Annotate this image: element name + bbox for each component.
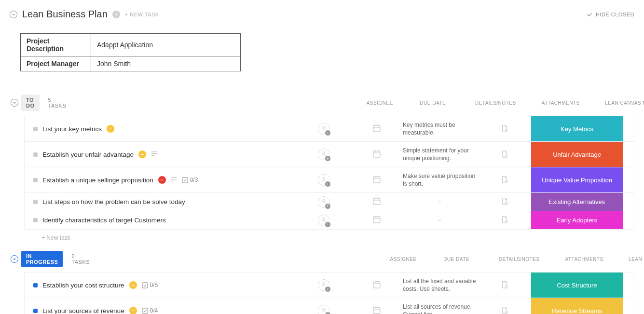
status-square-icon[interactable] xyxy=(33,200,38,204)
calendar-icon[interactable] xyxy=(372,215,382,226)
task-row[interactable]: Establish your unfair advantage − + Simp… xyxy=(24,142,634,167)
assignee-add-icon[interactable]: + xyxy=(318,196,329,208)
meta-value: John Smith xyxy=(91,56,241,71)
assignee-add-icon[interactable]: + xyxy=(318,215,329,226)
calendar-icon[interactable] xyxy=(372,305,382,314)
svg-point-9 xyxy=(323,152,325,154)
task-row[interactable]: List your sources of revenue −0/4 + List… xyxy=(24,298,634,314)
meta-value: Adappt Application xyxy=(91,34,241,56)
svg-point-25 xyxy=(323,199,325,202)
attachment-icon[interactable] xyxy=(500,215,509,225)
canvas-model-tag[interactable]: Existing Alternatives xyxy=(531,193,623,211)
svg-point-19 xyxy=(323,177,325,180)
subtask-count[interactable]: 0/4 xyxy=(142,307,158,314)
canvas-model-tag[interactable]: Unique Value Proposition xyxy=(531,167,623,192)
calendar-icon[interactable] xyxy=(372,175,382,186)
canvas-model-tag[interactable]: Revenue Streams xyxy=(531,298,623,314)
group-toggle-icon[interactable] xyxy=(11,99,18,107)
status-square-icon[interactable] xyxy=(33,178,38,182)
svg-rect-37 xyxy=(142,282,148,287)
col-attachments: ATTACHMENTS xyxy=(534,100,587,106)
col-attachments: ATTACHMENTS xyxy=(558,257,611,262)
hide-closed-label: HIDE CLOSED xyxy=(596,12,634,17)
svg-point-31 xyxy=(323,218,325,220)
task-row[interactable]: Establish a unique sellinge proposition … xyxy=(24,167,634,193)
collapse-toggle-icon[interactable] xyxy=(10,11,17,18)
svg-rect-26 xyxy=(373,198,380,205)
status-square-icon[interactable] xyxy=(33,152,38,157)
svg-rect-32 xyxy=(373,217,380,223)
priority-icon[interactable]: − xyxy=(107,125,114,133)
task-title: List steps on how the problem can be sol… xyxy=(42,198,185,205)
attachment-icon[interactable] xyxy=(500,280,509,290)
svg-rect-46 xyxy=(373,307,380,314)
col-assignee: ASSIGNEE xyxy=(374,257,432,262)
group-toggle-icon[interactable] xyxy=(11,255,18,263)
subtask-count[interactable]: 0/5 xyxy=(142,282,158,288)
col-assignee: ASSIGNEE xyxy=(351,100,409,106)
task-count: 2 TASKS xyxy=(71,253,90,265)
col-details: DETAILS/NOTES xyxy=(480,257,558,262)
priority-icon[interactable]: − xyxy=(129,307,137,314)
attachment-icon[interactable] xyxy=(500,175,509,185)
info-icon[interactable]: i xyxy=(112,11,120,18)
new-task-button[interactable]: + New task xyxy=(24,230,634,241)
task-row[interactable]: List your key metrics − + Key metrics mu… xyxy=(24,116,634,142)
task-details: Make sure value proposition is short. xyxy=(401,169,478,191)
priority-icon[interactable]: − xyxy=(129,281,137,289)
assignee-add-icon[interactable]: + xyxy=(318,174,329,186)
page-title: Lean Business Plan xyxy=(22,9,108,20)
status-square-icon[interactable] xyxy=(33,309,38,313)
status-square-icon[interactable] xyxy=(33,283,38,287)
canvas-model-tag[interactable]: Unfair Advantage xyxy=(531,142,623,167)
status-square-icon[interactable] xyxy=(33,127,38,131)
attachment-icon[interactable] xyxy=(500,306,509,314)
attachment-icon[interactable] xyxy=(500,124,509,134)
task-details: List all sources of revenue. Current lis… xyxy=(401,300,478,314)
hide-closed-button[interactable]: HIDE CLOSED xyxy=(586,11,634,18)
attachment-icon[interactable] xyxy=(500,197,509,207)
svg-point-45 xyxy=(323,308,325,311)
task-group: TO DO 5 TASKS ASSIGNEE DUE DATE DETAILS/… xyxy=(10,95,634,241)
task-title: Identify characteristics of target Custo… xyxy=(42,217,166,224)
col-canvas-model: LEAN CANVAS MODEL xyxy=(611,257,644,262)
canvas-model-tag[interactable]: Early Adopters xyxy=(531,211,623,229)
svg-rect-44 xyxy=(142,308,148,313)
calendar-icon[interactable] xyxy=(372,123,382,135)
new-task-button[interactable]: + NEW TASK xyxy=(125,12,159,17)
assignee-add-icon[interactable]: + xyxy=(318,279,329,291)
priority-icon[interactable]: − xyxy=(158,176,166,184)
task-group: IN PROGRESS 2 TASKS ASSIGNEE DUE DATE DE… xyxy=(10,251,634,314)
assignee-add-icon[interactable]: + xyxy=(318,305,329,314)
calendar-icon[interactable] xyxy=(372,280,382,291)
svg-rect-39 xyxy=(373,282,380,288)
task-details: List all the fixed and vari­able costs. … xyxy=(401,274,478,296)
svg-point-38 xyxy=(323,283,325,285)
subtask-count[interactable]: 0/3 xyxy=(182,177,198,183)
table-row: Project Manager John Smith xyxy=(21,56,241,71)
calendar-icon[interactable] xyxy=(372,149,382,160)
task-row[interactable]: Establish your cost structure −0/5 + Lis… xyxy=(24,272,634,298)
calendar-icon[interactable] xyxy=(372,196,382,207)
status-square-icon[interactable] xyxy=(33,218,38,222)
canvas-model-tag[interactable]: Cost Structure xyxy=(531,273,623,298)
check-icon xyxy=(586,11,593,18)
project-meta-table: Project Description Adappt Application P… xyxy=(20,33,241,71)
description-icon[interactable] xyxy=(151,150,157,158)
canvas-model-tag[interactable]: Key Metrics xyxy=(531,116,623,141)
page-header: Lean Business Plan i + NEW TASK HIDE CLO… xyxy=(10,9,634,20)
assignee-add-icon[interactable]: + xyxy=(318,149,329,160)
task-row[interactable]: Identify characteristics of target Custo… xyxy=(24,211,634,230)
table-row: Project Description Adappt Application xyxy=(21,34,241,56)
task-details: – xyxy=(401,195,478,208)
meta-label: Project Manager xyxy=(21,56,91,71)
assignee-add-icon[interactable]: + xyxy=(318,123,329,135)
status-pill[interactable]: TO DO xyxy=(21,95,40,111)
svg-rect-1 xyxy=(373,125,380,132)
description-icon[interactable] xyxy=(171,176,177,184)
meta-label: Project Description xyxy=(21,34,91,56)
priority-icon[interactable]: − xyxy=(138,150,146,158)
attachment-icon[interactable] xyxy=(500,150,509,160)
status-pill[interactable]: IN PROGRESS xyxy=(21,251,63,267)
task-row[interactable]: List steps on how the problem can be sol… xyxy=(24,193,634,211)
